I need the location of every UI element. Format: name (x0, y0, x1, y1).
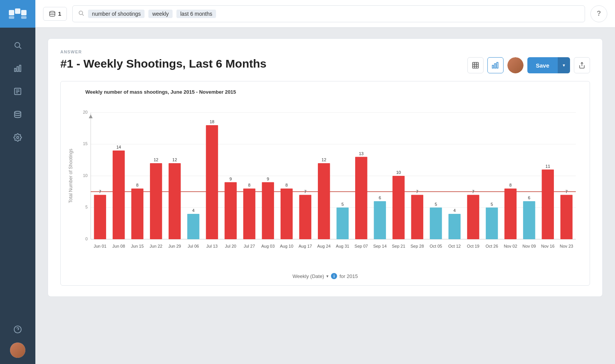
svg-rect-119 (560, 195, 573, 240)
answer-label: ANSWER (60, 50, 590, 54)
svg-rect-21 (472, 63, 478, 68)
svg-text:Oct 26: Oct 26 (485, 244, 498, 248)
svg-rect-4 (21, 16, 27, 19)
search-bar[interactable]: number of shootings weekly last 6 months (72, 5, 585, 22)
svg-point-18 (50, 11, 55, 13)
svg-text:Aug 03: Aug 03 (261, 244, 275, 248)
sidebar-bottom (6, 319, 29, 364)
svg-text:Jul 20: Jul 20 (225, 244, 236, 248)
svg-rect-53 (150, 163, 162, 239)
search-tag-frequency: weekly (148, 10, 173, 18)
svg-rect-98 (430, 208, 442, 240)
svg-text:5: 5 (341, 202, 344, 207)
svg-text:8: 8 (248, 183, 251, 187)
svg-text:Aug 31: Aug 31 (336, 244, 349, 248)
svg-rect-116 (542, 170, 554, 240)
svg-text:Jun 08: Jun 08 (112, 244, 125, 248)
sidebar-item-settings[interactable] (6, 127, 29, 147)
svg-rect-59 (187, 214, 199, 239)
sidebar-item-chart[interactable] (6, 58, 29, 78)
chart-view-button[interactable] (487, 57, 504, 73)
svg-text:15: 15 (83, 141, 88, 146)
svg-rect-44 (94, 195, 106, 240)
svg-text:13: 13 (359, 151, 364, 156)
svg-rect-68 (243, 189, 256, 239)
sidebar-item-search[interactable] (6, 35, 29, 55)
save-dropdown-button[interactable]: ▾ (558, 57, 570, 73)
svg-text:6: 6 (528, 195, 530, 200)
svg-text:Nov 23: Nov 23 (560, 244, 573, 248)
svg-point-14 (15, 111, 21, 114)
svg-rect-92 (392, 176, 405, 239)
svg-line-20 (82, 14, 84, 16)
svg-rect-3 (9, 16, 14, 19)
svg-text:4: 4 (192, 208, 194, 213)
help-button[interactable]: ? (590, 5, 607, 22)
db-count: 1 (58, 10, 61, 17)
chart-container: Weekly number of mass shootings, June 20… (60, 81, 590, 286)
svg-rect-110 (504, 189, 517, 239)
svg-rect-89 (374, 201, 386, 239)
content-area: ANSWER #1 - Weekly Shootings, Last 6 Mon… (35, 28, 615, 364)
svg-rect-1 (15, 8, 20, 14)
svg-rect-8 (17, 66, 18, 71)
svg-rect-62 (206, 125, 218, 239)
search-tag-period: last 6 months (176, 10, 216, 18)
svg-text:11: 11 (545, 164, 550, 169)
answer-card: ANSWER #1 - Weekly Shootings, Last 6 Mon… (48, 38, 603, 297)
svg-text:Sep 28: Sep 28 (411, 244, 424, 248)
chart-svg: 051015207Jun 0114Jun 088Jun 1512Jun 2212… (67, 101, 583, 270)
svg-text:Aug 10: Aug 10 (280, 244, 293, 248)
footer-date-label: Weekly (Date) (293, 273, 324, 279)
svg-rect-77 (299, 195, 311, 240)
svg-rect-0 (9, 10, 14, 15)
svg-rect-95 (411, 195, 424, 240)
user-avatar-button[interactable] (507, 57, 524, 73)
svg-text:Aug 24: Aug 24 (317, 244, 331, 248)
svg-text:Jul 06: Jul 06 (188, 244, 199, 248)
svg-text:Jun 29: Jun 29 (168, 244, 181, 248)
app-logo[interactable] (0, 0, 35, 28)
svg-rect-56 (169, 163, 181, 239)
svg-rect-104 (467, 195, 479, 240)
svg-rect-47 (113, 151, 125, 239)
svg-text:Sep 21: Sep 21 (392, 244, 405, 248)
search-icon (78, 10, 84, 18)
chart-footer: Weekly (Date) ▾ i for 2015 (67, 273, 583, 279)
sidebar-user-avatar[interactable] (10, 342, 25, 358)
sidebar-item-help[interactable] (6, 319, 29, 339)
answer-header: #1 - Weekly Shootings, Last 6 Months (60, 57, 590, 73)
svg-text:0: 0 (85, 237, 88, 241)
svg-text:6: 6 (379, 195, 381, 200)
svg-text:20: 20 (83, 110, 88, 114)
avatar-image (10, 342, 25, 358)
svg-text:8: 8 (136, 183, 138, 187)
svg-text:14: 14 (116, 145, 121, 149)
svg-text:5: 5 (435, 202, 437, 207)
svg-text:Jun 01: Jun 01 (94, 244, 106, 248)
svg-text:Sep 14: Sep 14 (373, 244, 387, 248)
table-view-button[interactable] (467, 57, 484, 73)
svg-text:7: 7 (416, 189, 418, 194)
svg-text:10: 10 (396, 170, 401, 175)
svg-rect-2 (21, 10, 27, 15)
svg-text:Aug 17: Aug 17 (299, 244, 312, 248)
info-icon: i (331, 273, 337, 279)
svg-text:7: 7 (99, 189, 101, 194)
svg-text:Sep 07: Sep 07 (354, 244, 368, 248)
svg-rect-28 (497, 63, 498, 68)
save-button[interactable]: Save (527, 57, 558, 73)
chart-area: 051015207Jun 0114Jun 088Jun 1512Jun 2212… (67, 101, 583, 270)
svg-rect-26 (492, 65, 494, 68)
sidebar-item-reports[interactable] (6, 81, 29, 101)
svg-point-15 (17, 136, 19, 139)
svg-text:Jul 27: Jul 27 (244, 244, 255, 248)
svg-marker-42 (89, 114, 93, 118)
sidebar-item-database[interactable] (6, 104, 29, 124)
svg-rect-83 (336, 208, 349, 240)
svg-text:5: 5 (85, 205, 88, 209)
svg-text:12: 12 (172, 157, 177, 162)
database-badge[interactable]: 1 (43, 7, 67, 21)
share-button[interactable] (574, 57, 590, 73)
svg-text:18: 18 (209, 119, 214, 124)
